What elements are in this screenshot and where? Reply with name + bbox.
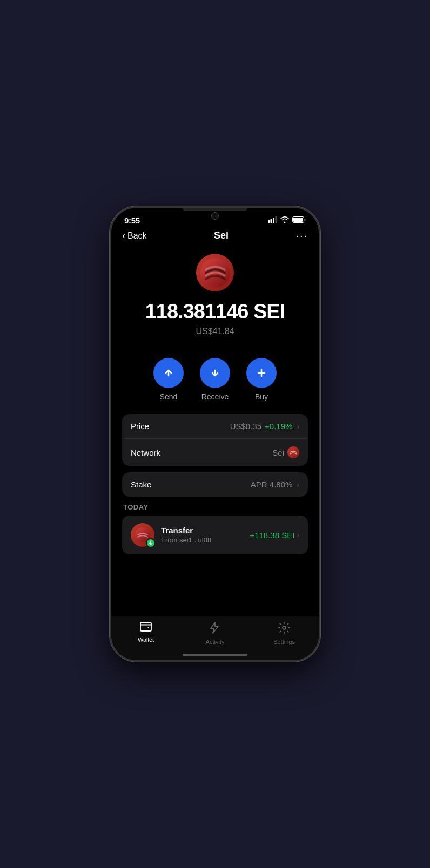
tx-chevron-icon: ›	[297, 531, 299, 539]
stake-value: APR 4.80% ›	[251, 480, 299, 489]
stake-chevron-icon: ›	[297, 480, 299, 489]
signal-icon	[268, 216, 277, 225]
nav-header: ‹ Back Sei ···	[111, 227, 319, 248]
tab-activity[interactable]: Activity	[180, 622, 250, 645]
tx-amount-value: +118.38 SEI	[250, 531, 294, 540]
tx-amount: +118.38 SEI ›	[250, 531, 299, 540]
tab-wallet[interactable]: Wallet	[111, 622, 180, 645]
settings-icon	[278, 622, 290, 636]
wallet-icon	[140, 622, 152, 634]
more-button[interactable]: ···	[295, 229, 308, 242]
price-usd: US$0.35	[230, 422, 261, 431]
status-time: 9:55	[124, 216, 140, 225]
svg-rect-0	[268, 220, 270, 223]
tab-settings[interactable]: Settings	[250, 622, 319, 645]
svg-point-8	[283, 626, 286, 629]
buy-button-circle	[246, 358, 277, 388]
tx-title: Transfer	[161, 526, 243, 535]
tx-subtitle: From sei1...ul08	[161, 536, 243, 544]
send-button[interactable]: Send	[153, 358, 184, 401]
price-label: Price	[131, 422, 149, 431]
today-label: TODAY	[122, 503, 308, 511]
price-network-card: Price US$0.35 +0.19% › Network Sei	[122, 414, 308, 466]
page-title: Sei	[214, 230, 229, 241]
tab-wallet-label: Wallet	[138, 636, 154, 643]
tab-activity-label: Activity	[206, 639, 225, 645]
receive-button[interactable]: Receive	[200, 358, 230, 401]
back-label: Back	[127, 231, 147, 241]
price-row[interactable]: Price US$0.35 +0.19% ›	[122, 414, 308, 438]
activity-icon	[210, 622, 220, 636]
stake-card: Stake APR 4.80% ›	[122, 472, 308, 497]
send-label: Send	[160, 392, 178, 401]
svg-rect-2	[273, 218, 274, 223]
receive-button-circle	[200, 358, 230, 388]
wifi-icon	[280, 216, 289, 225]
token-header: 118.381146 SEI US$41.84	[122, 248, 308, 347]
token-usd-value: US$41.84	[196, 327, 234, 336]
stake-apr: APR 4.80%	[251, 480, 293, 489]
transaction-item[interactable]: Transfer From sei1...ul08 +118.38 SEI ›	[122, 516, 308, 554]
price-change: +0.19%	[265, 422, 292, 431]
network-name: Sei	[272, 448, 284, 457]
price-chevron-icon: ›	[297, 422, 299, 431]
token-logo	[196, 254, 234, 291]
tab-settings-label: Settings	[273, 639, 295, 645]
buy-label: Buy	[255, 392, 268, 401]
svg-rect-3	[276, 216, 277, 223]
network-label: Network	[131, 448, 160, 457]
tx-info: Transfer From sei1...ul08	[161, 526, 243, 544]
svg-rect-1	[271, 219, 272, 223]
back-chevron-icon: ‹	[122, 230, 125, 241]
price-value: US$0.35 +0.19% ›	[230, 422, 299, 431]
send-button-circle	[153, 358, 184, 388]
tx-icon-wrapper	[131, 523, 154, 547]
stake-label: Stake	[131, 480, 151, 489]
network-row[interactable]: Network Sei	[122, 438, 308, 466]
network-value: Sei	[272, 446, 299, 458]
action-buttons: Send Receive Buy	[122, 358, 308, 401]
home-indicator	[183, 654, 247, 656]
main-content: 118.381146 SEI US$41.84 Send	[111, 248, 319, 616]
stake-row[interactable]: Stake APR 4.80% ›	[122, 472, 308, 497]
receive-label: Receive	[201, 392, 229, 401]
sei-network-icon	[287, 446, 299, 458]
today-section: TODAY	[122, 503, 308, 554]
svg-rect-5	[293, 218, 303, 222]
buy-button[interactable]: Buy	[246, 358, 277, 401]
battery-icon	[292, 215, 306, 225]
tx-receive-badge	[146, 538, 156, 548]
status-icons	[268, 215, 306, 225]
back-button[interactable]: ‹ Back	[122, 230, 147, 241]
token-amount: 118.381146 SEI	[145, 300, 285, 323]
